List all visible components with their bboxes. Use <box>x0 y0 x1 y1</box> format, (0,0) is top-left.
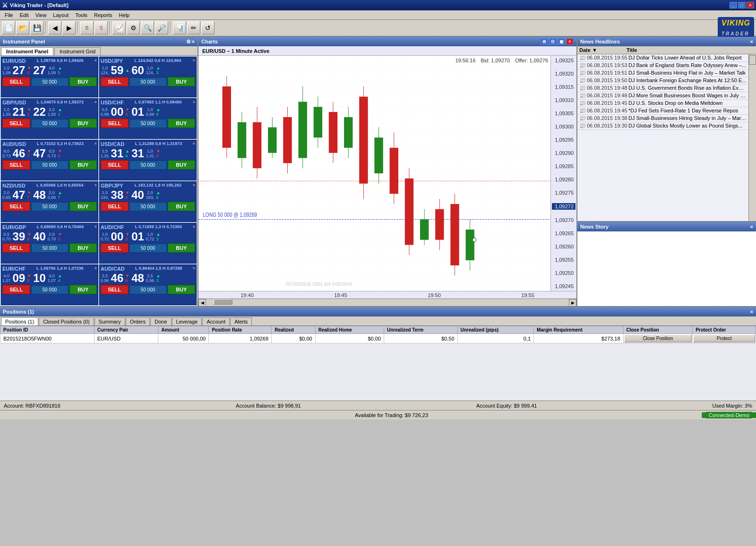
news-item-1[interactable]: 📰06.08.2015 19:53DJ Bank of England Star… <box>577 62 748 69</box>
audcad-close-icon[interactable]: × <box>193 266 195 272</box>
tab-leverage[interactable]: Leverage <box>172 317 202 325</box>
news-item-5[interactable]: 📰06.08.2015 19:48DJ More Small Businesse… <box>577 92 748 100</box>
eurusd-buy-button[interactable]: BUY <box>69 77 97 86</box>
chart-close-button[interactable]: × <box>566 38 574 45</box>
gbpusd-buy-button[interactable]: BUY <box>69 119 97 128</box>
scroll-right-icon[interactable]: ▶ <box>569 299 576 307</box>
scrollbar-thumb[interactable] <box>214 299 232 305</box>
toolbar-sell-button[interactable]: S <box>94 21 108 34</box>
news-item-4[interactable]: 📰06.08.2015 19:48DJ U.S. Government Bond… <box>577 85 748 92</box>
usdjpy-close-icon[interactable]: × <box>193 58 195 64</box>
tab-positions[interactable]: Positions (1) <box>1 317 38 325</box>
toolbar-draw-button[interactable]: ✏ <box>187 21 200 34</box>
nzdusd-buy-button[interactable]: BUY <box>69 202 97 211</box>
menu-help[interactable]: Help <box>116 11 133 19</box>
usdchf-close-icon[interactable]: × <box>193 100 195 105</box>
eurchf-close-icon[interactable]: × <box>94 266 97 272</box>
charts-header-controls[interactable]: ⊞ ⊟ ▣ × <box>541 38 574 45</box>
nzdusd-close-icon[interactable]: × <box>94 183 97 188</box>
tab-summary[interactable]: Summary <box>94 317 125 325</box>
eurusd-close-icon[interactable]: × <box>94 58 97 64</box>
news-item-2[interactable]: 📰06.08.2015 19:51DJ Small-Business Hirin… <box>577 69 748 77</box>
usdcad-close-icon[interactable]: × <box>193 141 195 147</box>
toolbar-forward-button[interactable]: ▶ <box>62 21 76 34</box>
eurgbp-amount-button[interactable]: 50 000 <box>31 244 69 253</box>
tab-orders[interactable]: Orders <box>126 317 150 325</box>
usdjpy-amount-button[interactable]: 50 000 <box>129 77 167 86</box>
toolbar-save-button[interactable]: 💾 <box>30 21 43 34</box>
news-item-6[interactable]: 📰06.08.2015 19:45DJ U.S. Stocks Drop on … <box>577 100 748 107</box>
menu-view[interactable]: View <box>33 11 50 19</box>
audusd-close-icon[interactable]: × <box>94 141 97 147</box>
tab-alerts[interactable]: Alerts <box>230 317 252 325</box>
audcad-amount-button[interactable]: 50 000 <box>129 285 167 294</box>
tab-closed-positions[interactable]: Closed Positions (0) <box>39 317 94 325</box>
eurgbp-sell-button[interactable]: SELL <box>2 243 30 253</box>
news-item-0[interactable]: 📰06.08.2015 19:55DJ Dollar Ticks Lower A… <box>577 54 748 62</box>
toolbar-settings-button[interactable]: ⚙ <box>127 21 140 34</box>
gbpjpy-amount-button[interactable]: 50 000 <box>129 202 167 211</box>
news-col-title-header[interactable]: Title <box>627 47 754 53</box>
tab-done[interactable]: Done <box>150 317 171 325</box>
toolbar-back-button[interactable]: ◀ <box>48 21 61 34</box>
news-close-icon[interactable]: × <box>750 39 753 44</box>
chart-tile-button[interactable]: ⊞ <box>541 38 548 45</box>
toolbar-new-button[interactable]: 📄 <box>2 21 15 34</box>
eurgbp-close-icon[interactable]: × <box>94 224 97 230</box>
gbpjpy-close-icon[interactable]: × <box>193 183 195 188</box>
news-col-date-header[interactable]: Date ▼ <box>579 47 627 53</box>
usdcad-buy-button[interactable]: BUY <box>168 160 196 170</box>
news-item-3[interactable]: 📰06.08.2015 19:50DJ Interbank Foreign Ex… <box>577 77 748 85</box>
news-item-8[interactable]: 📰06.08.2015 19:38DJ Small-Businesses Hir… <box>577 115 748 122</box>
usdchf-buy-button[interactable]: BUY <box>168 119 196 128</box>
toolbar-open-button[interactable]: 📂 <box>16 21 29 34</box>
usdcad-amount-button[interactable]: 50 000 <box>129 161 167 170</box>
chart-cascade-button[interactable]: ▣ <box>558 38 565 45</box>
gbpjpy-sell-button[interactable]: SELL <box>101 202 129 211</box>
gbpusd-amount-button[interactable]: 50 000 <box>31 119 69 128</box>
cell-close-position[interactable]: Close Position <box>623 334 693 343</box>
tab-instrument-grid[interactable]: Instrument Grid <box>54 47 101 55</box>
news-story-close-icon[interactable]: × <box>750 224 753 230</box>
news-scrollbar[interactable] <box>748 54 756 221</box>
eurchf-amount-button[interactable]: 50 000 <box>31 285 69 294</box>
close-position-button[interactable]: Close Position <box>624 334 692 342</box>
maximize-button[interactable]: □ <box>738 2 746 9</box>
panel-header-icons[interactable]: ⚙ × <box>186 39 195 45</box>
audcad-buy-button[interactable]: BUY <box>168 285 196 294</box>
protect-order-button[interactable]: Protect <box>693 334 755 342</box>
nzdusd-sell-button[interactable]: SELL <box>2 202 30 211</box>
usdcad-sell-button[interactable]: SELL <box>101 160 129 170</box>
menu-reports[interactable]: Reports <box>91 11 115 19</box>
news-item-9[interactable]: 📰06.08.2015 19:30DJ Global Stocks Mostly… <box>577 122 748 130</box>
gbpjpy-buy-button[interactable]: BUY <box>168 202 196 211</box>
chart-stack-button[interactable]: ⊟ <box>549 38 557 45</box>
audusd-amount-button[interactable]: 50 000 <box>31 161 69 170</box>
menu-file[interactable]: File <box>2 11 16 19</box>
eurusd-amount-button[interactable]: 50 000 <box>31 77 69 86</box>
eurchf-buy-button[interactable]: BUY <box>69 285 97 294</box>
eurusd-sell-button[interactable]: SELL <box>2 77 30 86</box>
tab-account[interactable]: Account <box>202 317 230 325</box>
toolbar-indicator-button[interactable]: 📊 <box>173 21 186 34</box>
close-panel-icon[interactable]: × <box>192 39 195 45</box>
menu-edit[interactable]: Edit <box>17 11 32 19</box>
usdjpy-sell-button[interactable]: SELL <box>101 77 129 86</box>
toolbar-buy-button[interactable]: B <box>80 21 94 34</box>
news-scroll-thumb[interactable] <box>749 55 756 65</box>
audchf-close-icon[interactable]: × <box>193 224 195 230</box>
eurgbp-buy-button[interactable]: BUY <box>69 243 97 253</box>
toolbar-zoom-out-button[interactable]: 🔎 <box>155 21 168 34</box>
toolbar-chart-button[interactable]: 📈 <box>112 21 126 34</box>
menu-layout[interactable]: Layout <box>50 11 71 19</box>
tab-instrument-panel[interactable]: Instrument Panel <box>1 47 53 55</box>
menu-tools[interactable]: Tools <box>72 11 90 19</box>
positions-close-icon[interactable]: × <box>750 309 753 315</box>
audchf-sell-button[interactable]: SELL <box>101 243 129 253</box>
usdchf-sell-button[interactable]: SELL <box>101 119 129 128</box>
scroll-left-icon[interactable]: ◀ <box>198 299 206 307</box>
audchf-amount-button[interactable]: 50 000 <box>129 244 167 253</box>
news-item-7[interactable]: 📰06.08.2015 19:45*DJ Fed Sets Fixed-Rate… <box>577 107 748 115</box>
toolbar-zoom-in-button[interactable]: 🔍 <box>141 21 154 34</box>
cell-protect-order[interactable]: Protect <box>693 334 756 343</box>
